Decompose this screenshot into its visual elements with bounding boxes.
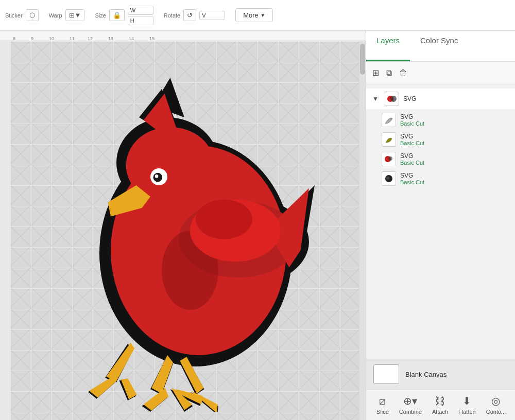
layers-toolbar: ⊞ ⧉ 🗑 xyxy=(366,62,515,84)
list-item[interactable]: SVG Basic Cut xyxy=(366,169,515,188)
layer-3-info: SVG Basic Cut xyxy=(400,152,424,166)
size-label: Size xyxy=(95,12,106,19)
combine-icon: ⊕▾ xyxy=(403,395,417,407)
svg-marker-27 xyxy=(106,343,134,381)
rotate-label: Rotate xyxy=(164,12,180,19)
slice-label: Slice xyxy=(376,409,389,415)
width-input[interactable] xyxy=(128,6,153,15)
slice-button[interactable]: ⧄ Slice xyxy=(371,393,394,417)
tab-layers[interactable]: Layers xyxy=(366,31,410,61)
attach-icon: ⛓ xyxy=(435,395,445,407)
layer-2-name: SVG xyxy=(400,133,424,140)
layer-2-info: SVG Basic Cut xyxy=(400,133,424,146)
blank-canvas-bar: Blank Canvas xyxy=(366,359,515,389)
flatten-label: Flatten xyxy=(458,409,476,415)
ruler-tick: 12 xyxy=(88,36,93,41)
svg-point-35 xyxy=(196,200,252,239)
svg-point-39 xyxy=(388,156,392,161)
list-item[interactable]: SVG Basic Cut xyxy=(366,149,515,169)
layer-3-sub: Basic Cut xyxy=(400,160,424,166)
top-toolbar: Sticker ⬡ Warp ⊞▼ Size 🔒 Rotate ↺ More xyxy=(0,0,515,31)
layer-1-name: SVG xyxy=(400,113,424,120)
blank-canvas-thumb xyxy=(373,364,399,384)
tab-color-sync[interactable]: Color Sync xyxy=(410,31,468,61)
list-item[interactable]: SVG Basic Cut xyxy=(366,130,515,149)
right-panel: Layers Color Sync ⊞ ⧉ 🗑 ▼ SVG xyxy=(366,31,515,420)
ruler-tick: 13 xyxy=(108,36,113,41)
warp-btn[interactable]: ⊞▼ xyxy=(65,9,85,21)
layer-3-name: SVG xyxy=(400,152,424,160)
size-group: Size 🔒 xyxy=(95,6,153,25)
more-button[interactable]: More xyxy=(235,8,273,22)
duplicate-layer-btn[interactable]: ⧉ xyxy=(384,66,394,80)
combine-button[interactable]: ⊕▾ Combine xyxy=(394,393,427,417)
layer-4-sub: Basic Cut xyxy=(400,179,424,185)
contour-icon: ◎ xyxy=(491,395,500,407)
svg-marker-21 xyxy=(151,355,173,394)
ruler-tick: 10 xyxy=(49,36,54,41)
delete-layer-btn[interactable]: 🗑 xyxy=(397,66,409,80)
slice-icon: ⧄ xyxy=(379,395,386,407)
main-area: 8 9 10 11 12 13 14 15 xyxy=(0,31,515,420)
contour-label: Conto... xyxy=(486,409,506,415)
ruler-horizontal: 8 9 10 11 12 13 14 15 xyxy=(0,31,366,41)
layer-4-info: SVG Basic Cut xyxy=(400,172,424,185)
layer-thumb-3 xyxy=(382,152,396,166)
ruler-tick: 15 xyxy=(149,36,154,41)
layer-group-thumb xyxy=(385,92,399,106)
ruler-tick: 9 xyxy=(31,36,33,41)
chevron-down-icon: ▼ xyxy=(372,95,379,102)
height-input[interactable] xyxy=(128,16,153,25)
layer-thumb-1 xyxy=(382,113,396,127)
svg-point-32 xyxy=(155,174,159,178)
scrollbar-thumb[interactable] xyxy=(360,44,365,75)
canvas-area: 8 9 10 11 12 13 14 15 xyxy=(0,31,366,420)
layer-thumb-4 xyxy=(382,171,396,186)
rotate-input[interactable] xyxy=(199,11,225,20)
layer-group-info: SVG xyxy=(403,95,416,102)
vertical-scrollbar[interactable] xyxy=(359,41,366,420)
layer-4-name: SVG xyxy=(400,172,424,179)
attach-button[interactable]: ⛓ Attach xyxy=(427,393,453,417)
list-item[interactable]: SVG Basic Cut xyxy=(366,110,515,130)
cardinal-image[interactable] xyxy=(52,72,340,412)
sticker-group: Sticker ⬡ xyxy=(5,9,39,21)
lock-icon[interactable]: 🔒 xyxy=(109,9,125,21)
rotate-group: Rotate ↺ xyxy=(164,9,225,21)
flatten-button[interactable]: ⬇ Flatten xyxy=(453,393,481,417)
combine-label: Combine xyxy=(399,409,422,415)
layer-group-svg[interactable]: ▼ SVG xyxy=(366,89,515,109)
layers-list: ▼ SVG SVG xyxy=(366,84,515,359)
layer-2-sub: Basic Cut xyxy=(400,140,424,146)
svg-point-37 xyxy=(390,96,397,102)
flatten-icon: ⬇ xyxy=(462,395,471,407)
sticker-label: Sticker xyxy=(5,12,23,19)
contour-button[interactable]: ◎ Conto... xyxy=(481,393,511,417)
svg-point-41 xyxy=(386,177,389,180)
layer-group-name: SVG xyxy=(403,95,416,102)
add-layer-btn[interactable]: ⊞ xyxy=(370,66,381,80)
blank-canvas-label: Blank Canvas xyxy=(405,371,447,378)
warp-group: Warp ⊞▼ xyxy=(49,9,85,21)
sticker-icon-btn[interactable]: ⬡ xyxy=(26,9,39,21)
design-canvas[interactable] xyxy=(10,41,366,420)
ruler-tick: 11 xyxy=(70,36,75,41)
panel-bottom-toolbar: ⧄ Slice ⊕▾ Combine ⛓ Attach ⬇ Flatten ◎ … xyxy=(366,389,515,420)
panel-tabs: Layers Color Sync xyxy=(366,31,515,62)
layer-thumb-2 xyxy=(382,132,396,147)
attach-label: Attach xyxy=(432,409,448,415)
ruler-tick: 8 xyxy=(13,36,15,41)
layer-1-sub: Basic Cut xyxy=(400,120,424,127)
layer-1-info: SVG Basic Cut xyxy=(400,113,424,127)
rotate-btn[interactable]: ↺ xyxy=(183,9,196,21)
ruler-tick: 14 xyxy=(129,36,134,41)
warp-label: Warp xyxy=(49,12,62,19)
